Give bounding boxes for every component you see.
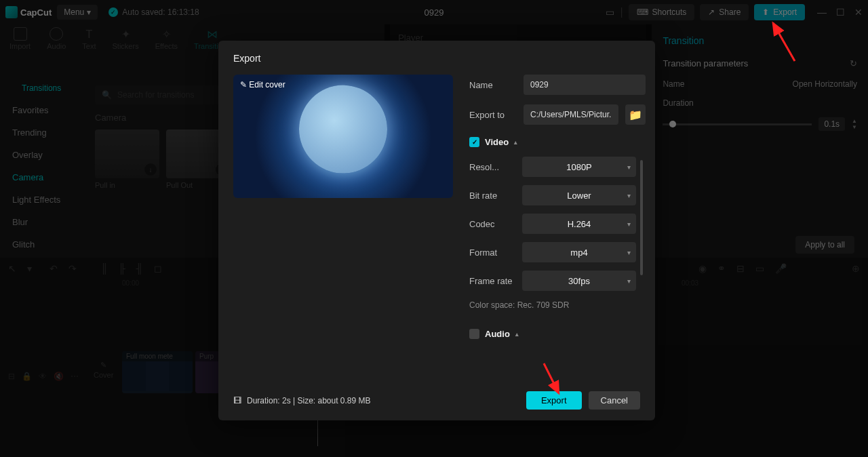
cover-preview: ✎ Edit cover: [233, 75, 453, 198]
bitrate-label: Bit rate: [469, 191, 522, 201]
codec-label: Codec: [469, 219, 522, 229]
resolution-label: Resol...: [469, 162, 522, 172]
resolution-select[interactable]: 1080P▾: [522, 157, 636, 177]
path-input[interactable]: [524, 104, 618, 125]
audio-checkbox[interactable]: [469, 329, 479, 339]
chevron-down-icon: ▾: [627, 220, 631, 228]
export-modal: Export ✎ Edit cover Name Export to 📁 ✓ V…: [218, 41, 655, 420]
folder-icon: 📁: [629, 108, 642, 121]
scrollbar[interactable]: [640, 160, 643, 275]
chevron-down-icon: ▾: [627, 163, 631, 171]
browse-folder-button[interactable]: 📁: [625, 104, 646, 125]
framerate-label: Frame rate: [469, 276, 522, 286]
audio-section-label: Audio: [485, 329, 510, 339]
bitrate-select[interactable]: Lower▾: [522, 185, 636, 205]
chevron-down-icon: ▾: [627, 192, 631, 199]
edit-cover-button[interactable]: ✎ Edit cover: [240, 80, 285, 90]
format-label: Format: [469, 247, 522, 258]
chevron-down-icon: ▾: [627, 277, 631, 285]
colorspace-info: Color space: Rec. 709 SDR: [469, 300, 646, 310]
format-select[interactable]: mp4▾: [522, 242, 636, 262]
collapse-icon[interactable]: ▴: [514, 139, 517, 146]
name-label: Name: [469, 80, 517, 90]
film-icon: 🎞: [233, 396, 241, 405]
collapse-icon[interactable]: ▴: [515, 331, 519, 338]
export-summary: Duration: 2s | Size: about 0.89 MB: [247, 396, 371, 405]
moon-graphic: [299, 85, 387, 174]
export-to-label: Export to: [469, 110, 517, 120]
cancel-button[interactable]: Cancel: [589, 391, 640, 410]
video-checkbox[interactable]: ✓: [469, 137, 479, 147]
chevron-down-icon: ▾: [627, 249, 631, 256]
codec-select[interactable]: H.264▾: [522, 214, 636, 234]
video-section-label: Video: [485, 137, 509, 147]
name-input[interactable]: [524, 75, 646, 95]
modal-title: Export: [233, 53, 640, 64]
export-confirm-button[interactable]: Export: [526, 391, 582, 410]
framerate-select[interactable]: 30fps▾: [522, 271, 636, 291]
